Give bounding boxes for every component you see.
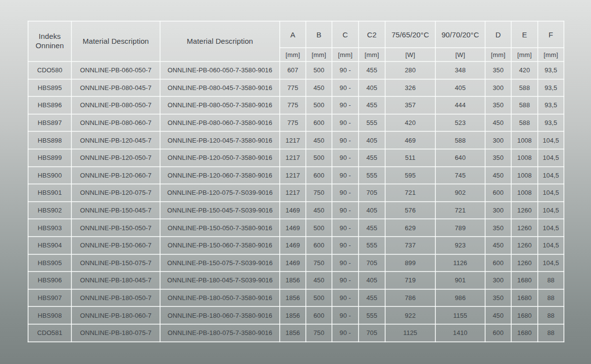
dim-c-cell: 90 -	[332, 167, 359, 184]
power-90-70-20-cell: 523	[435, 114, 485, 132]
dim-e-cell: 420	[511, 61, 538, 79]
dim-c2-cell: 555	[359, 167, 385, 184]
unit-col-f: [mm]	[538, 48, 564, 61]
index-cell: HBS905	[28, 254, 71, 272]
table-row: CDO580ONNLINE-PB-060-050-7ONNLINE-PB-060…	[28, 61, 564, 79]
dim-c-cell: 90 -	[332, 61, 359, 79]
dim-e-cell: 1260	[511, 254, 538, 272]
table-row: HBS902ONNLINE-PB-150-045-7ONNLINE-PB-150…	[28, 202, 564, 219]
power-90-70-20-cell: 901	[435, 272, 485, 289]
dim-c-cell: 90 -	[332, 114, 359, 132]
dim-f-cell: 88	[538, 306, 564, 324]
material-description-short-cell: ONNLINE-PB-150-060-7	[71, 237, 160, 254]
dim-d-cell: 300	[485, 272, 511, 289]
material-description-full-cell: ONNLINE-PB-060-050-7-3580-9016	[160, 61, 280, 79]
power-90-70-20-cell: 1155	[435, 306, 485, 324]
header-col-e: E	[511, 21, 538, 48]
power-90-70-20-cell: 1410	[435, 324, 485, 342]
dim-f-cell: 88	[538, 272, 564, 289]
power-75-65-20-cell: 595	[385, 167, 435, 184]
dim-c2-cell: 555	[359, 306, 385, 324]
dim-c2-cell: 405	[359, 202, 385, 219]
index-cell: HBS895	[28, 79, 71, 97]
table-row: HBS896ONNLINE-PB-080-050-7ONNLINE-PB-080…	[28, 96, 564, 114]
header-col-a: A	[280, 21, 306, 48]
power-90-70-20-cell: 721	[435, 202, 485, 219]
header-col-b: B	[306, 21, 332, 48]
dim-f-cell: 93,5	[538, 96, 564, 114]
dim-d-cell: 350	[485, 96, 511, 114]
material-description-full-cell: ONNLINE-PB-120-075-7-S039-9016	[160, 184, 280, 202]
dim-d-cell: 350	[485, 149, 511, 167]
unit-col-c: [mm]	[332, 48, 359, 61]
dim-b-cell: 750	[306, 324, 332, 342]
header-col-d: D	[485, 21, 511, 48]
dim-d-cell: 300	[485, 202, 511, 219]
dim-c2-cell: 455	[359, 149, 385, 167]
dim-c-cell: 90 -	[332, 96, 359, 114]
dim-f-cell: 93,5	[538, 114, 564, 132]
dim-a-cell: 1469	[280, 237, 306, 254]
dim-f-cell: 104,5	[538, 219, 564, 237]
dim-a-cell: 1856	[280, 306, 306, 324]
dim-a-cell: 1856	[280, 272, 306, 289]
material-description-full-cell: ONNLINE-PB-080-050-7-3580-9016	[160, 96, 280, 114]
index-cell: HBS901	[28, 184, 71, 202]
dim-e-cell: 1260	[511, 237, 538, 254]
material-description-short-cell: ONNLINE-PB-080-060-7	[71, 114, 160, 132]
power-90-70-20-cell: 640	[435, 149, 485, 167]
dim-f-cell: 93,5	[538, 79, 564, 97]
product-spec-table: Indeks Onninen Material Description Mate…	[28, 21, 564, 342]
dim-a-cell: 1469	[280, 219, 306, 237]
dim-c2-cell: 555	[359, 237, 385, 254]
dim-d-cell: 350	[485, 219, 511, 237]
dim-e-cell: 1680	[511, 289, 538, 307]
header-col-power-90-70-20: 90/70/20°C	[435, 21, 485, 48]
index-cell: HBS903	[28, 219, 71, 237]
power-75-65-20-cell: 576	[385, 202, 435, 219]
dim-e-cell: 1680	[511, 306, 538, 324]
dim-c-cell: 90 -	[332, 306, 359, 324]
unit-col-power-90-70-20: [W]	[435, 48, 485, 61]
dim-a-cell: 1217	[280, 167, 306, 184]
power-90-70-20-cell: 923	[435, 237, 485, 254]
dim-f-cell: 104,5	[538, 131, 564, 149]
header-indeks-onninen: Indeks Onninen	[28, 21, 71, 61]
table-row: HBS898ONNLINE-PB-120-045-7ONNLINE-PB-120…	[28, 131, 564, 149]
material-description-short-cell: ONNLINE-PB-060-050-7	[71, 61, 160, 79]
table-row: HBS908ONNLINE-PB-180-060-7ONNLINE-PB-180…	[28, 306, 564, 324]
dim-a-cell: 1217	[280, 149, 306, 167]
dim-b-cell: 500	[306, 219, 332, 237]
dim-f-cell: 88	[538, 324, 564, 342]
dim-c-cell: 90 -	[332, 131, 359, 149]
table-row: HBS903ONNLINE-PB-150-050-7ONNLINE-PB-150…	[28, 219, 564, 237]
material-description-full-cell: ONNLINE-PB-150-075-7-S039-9016	[160, 254, 280, 272]
power-90-70-20-cell: 789	[435, 219, 485, 237]
power-90-70-20-cell: 902	[435, 184, 485, 202]
dim-c2-cell: 405	[359, 272, 385, 289]
power-75-65-20-cell: 420	[385, 114, 435, 132]
dim-c2-cell: 405	[359, 79, 385, 97]
dim-c-cell: 90 -	[332, 202, 359, 219]
dim-c-cell: 90 -	[332, 324, 359, 342]
dim-d-cell: 300	[485, 131, 511, 149]
dim-c2-cell: 455	[359, 289, 385, 307]
dim-a-cell: 775	[280, 114, 306, 132]
power-75-65-20-cell: 719	[385, 272, 435, 289]
dim-f-cell: 104,5	[538, 202, 564, 219]
dim-b-cell: 500	[306, 149, 332, 167]
dim-c2-cell: 455	[359, 61, 385, 79]
index-cell: HBS899	[28, 149, 71, 167]
power-75-65-20-cell: 721	[385, 184, 435, 202]
unit-col-a: [mm]	[280, 48, 306, 61]
material-description-full-cell: ONNLINE-PB-180-045-7-S039-9016	[160, 272, 280, 289]
table-row: HBS904ONNLINE-PB-150-060-7ONNLINE-PB-150…	[28, 237, 564, 254]
power-75-65-20-cell: 786	[385, 289, 435, 307]
index-cell: CDO581	[28, 324, 71, 342]
dim-e-cell: 588	[511, 96, 538, 114]
table-row: HBS906ONNLINE-PB-180-045-7ONNLINE-PB-180…	[28, 272, 564, 289]
power-75-65-20-cell: 1125	[385, 324, 435, 342]
dim-d-cell: 450	[485, 306, 511, 324]
index-cell: HBS900	[28, 167, 71, 184]
material-description-short-cell: ONNLINE-PB-080-045-7	[71, 79, 160, 97]
